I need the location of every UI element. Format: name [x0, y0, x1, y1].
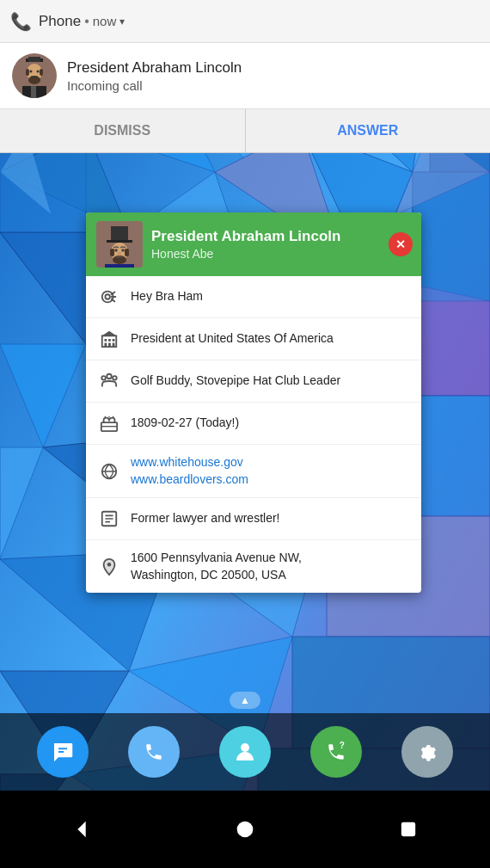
group-icon [98, 370, 120, 392]
note-icon [98, 508, 120, 530]
callerid-dock-icon[interactable]: ? [310, 726, 362, 778]
svg-rect-59 [108, 339, 111, 342]
card-nickname: Honest Abe [151, 247, 340, 261]
notification-subtitle: Incoming call [67, 78, 478, 93]
svg-rect-63 [113, 343, 115, 348]
web-icon [98, 460, 120, 483]
phone-dock-icon[interactable] [128, 726, 180, 778]
speech-icon [98, 286, 120, 308]
svg-rect-62 [108, 343, 111, 348]
svg-text:?: ? [340, 741, 345, 750]
svg-rect-5 [40, 69, 43, 76]
notification-title: President Abraham Lincoln [67, 59, 478, 77]
svg-point-7 [30, 71, 33, 73]
location-icon [98, 556, 120, 578]
svg-point-53 [118, 252, 121, 256]
address-row: 1600 Pennsylvania Avenue NW,Washington, … [86, 540, 421, 593]
birthday-icon [98, 412, 120, 434]
svg-point-66 [113, 376, 117, 380]
svg-rect-4 [26, 69, 29, 76]
dock: ? [0, 713, 490, 791]
close-button[interactable]: ✕ [389, 232, 413, 256]
info-card: President Abraham Lincoln Honest Abe ✕ H… [86, 212, 421, 593]
website-row[interactable]: www.whitehouse.govwww.beardlovers.com [86, 445, 421, 498]
svg-marker-77 [77, 822, 85, 838]
answer-button[interactable]: ANSWER [246, 109, 491, 152]
dismiss-button[interactable]: DISMISS [0, 109, 246, 152]
note-row: Former lawyer and wrestler! [86, 498, 421, 540]
separator-dot: • [84, 14, 89, 29]
phone-icon: 📞 [10, 11, 32, 32]
svg-rect-48 [110, 249, 114, 256]
note-text: Former lawyer and wrestler! [131, 510, 280, 527]
svg-rect-2 [28, 57, 40, 62]
greeting-row: Hey Bra Ham [86, 276, 421, 318]
abe-avatar [96, 221, 143, 268]
card-name: President Abraham Lincoln [151, 228, 340, 245]
action-buttons: DISMISS ANSWER [0, 109, 490, 153]
svg-rect-79 [401, 822, 415, 836]
job-row: President at United States Of America [86, 318, 421, 360]
building-icon [98, 328, 120, 350]
home-button[interactable] [224, 808, 266, 851]
dropdown-icon[interactable]: ▾ [119, 15, 125, 28]
svg-rect-58 [105, 339, 107, 342]
website-text[interactable]: www.whitehouse.govwww.beardlovers.com [131, 454, 248, 488]
notification-card: President Abraham Lincoln Incoming call [0, 43, 490, 109]
svg-rect-10 [31, 86, 36, 98]
svg-point-8 [37, 71, 40, 73]
info-card-header: President Abraham Lincoln Honest Abe ✕ [86, 212, 421, 276]
birthday-text: 1809-02-27 (Today!) [131, 415, 239, 432]
time-label: now [93, 14, 117, 28]
svg-rect-46 [111, 226, 128, 240]
address-text: 1600 Pennsylvania Avenue NW,Washington, … [131, 550, 302, 583]
app-title: Phone [39, 13, 81, 30]
scroll-handle[interactable]: ▲ [230, 692, 260, 709]
contacts-dock-icon[interactable] [219, 726, 271, 778]
svg-rect-54 [105, 264, 134, 268]
hobby-text: Golf Buddy, Stovepipe Hat Club Leader [131, 372, 340, 390]
svg-point-73 [107, 563, 112, 567]
svg-point-52 [121, 249, 125, 252]
svg-point-51 [114, 249, 118, 252]
svg-point-74 [241, 743, 249, 752]
greeting-text: Hey Bra Ham [131, 288, 203, 305]
hobby-row: Golf Buddy, Stovepipe Hat Club Leader [86, 360, 421, 403]
job-text: President at United States Of America [131, 330, 334, 348]
messages-dock-icon[interactable] [37, 726, 89, 778]
svg-rect-45 [107, 240, 132, 243]
svg-point-64 [107, 374, 112, 379]
status-bar: 📞 Phone • now ▾ [0, 0, 490, 43]
svg-rect-61 [105, 343, 107, 348]
recents-button[interactable] [387, 808, 430, 851]
back-button[interactable] [60, 808, 103, 851]
notification-text: President Abraham Lincoln Incoming call [67, 59, 478, 93]
svg-point-56 [105, 294, 110, 299]
svg-rect-49 [125, 249, 129, 256]
header-text: President Abraham Lincoln Honest Abe [151, 228, 340, 261]
svg-rect-60 [113, 339, 115, 342]
avatar [12, 53, 57, 98]
svg-point-78 [237, 822, 254, 838]
birthday-row: 1809-02-27 (Today!) [86, 403, 421, 445]
settings-dock-icon[interactable] [401, 726, 453, 778]
svg-point-65 [101, 376, 106, 380]
nav-bar [0, 791, 490, 868]
